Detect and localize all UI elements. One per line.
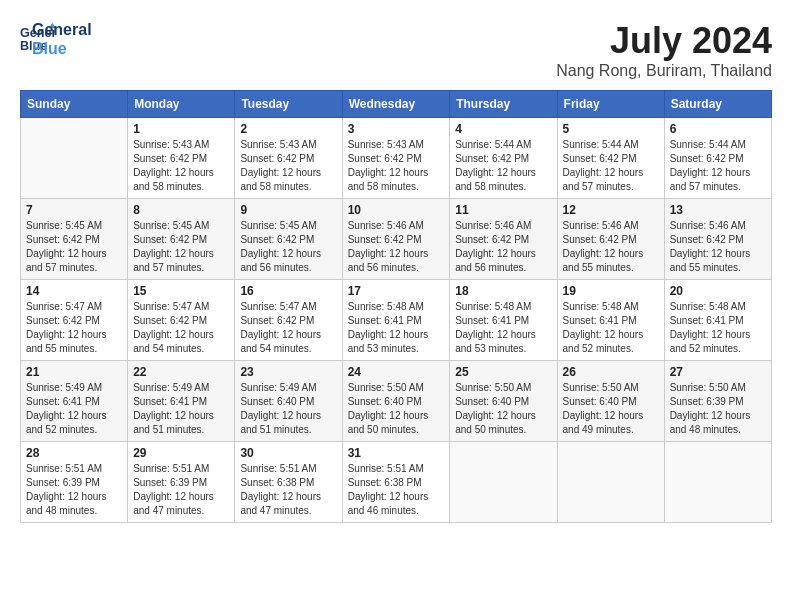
day-number: 7 bbox=[26, 203, 122, 217]
day-info: Sunrise: 5:45 AMSunset: 6:42 PMDaylight:… bbox=[26, 219, 122, 275]
day-number: 23 bbox=[240, 365, 336, 379]
table-row: 7 Sunrise: 5:45 AMSunset: 6:42 PMDayligh… bbox=[21, 199, 128, 280]
day-number: 27 bbox=[670, 365, 766, 379]
day-number: 14 bbox=[26, 284, 122, 298]
day-info: Sunrise: 5:45 AMSunset: 6:42 PMDaylight:… bbox=[133, 219, 229, 275]
col-monday: Monday bbox=[128, 91, 235, 118]
table-row: 26 Sunrise: 5:50 AMSunset: 6:40 PMDaylig… bbox=[557, 361, 664, 442]
table-row: 24 Sunrise: 5:50 AMSunset: 6:40 PMDaylig… bbox=[342, 361, 450, 442]
day-number: 8 bbox=[133, 203, 229, 217]
table-row: 6 Sunrise: 5:44 AMSunset: 6:42 PMDayligh… bbox=[664, 118, 771, 199]
header: General Blue General Blue July 2024 Nang… bbox=[20, 20, 772, 80]
calendar-table: Sunday Monday Tuesday Wednesday Thursday… bbox=[20, 90, 772, 523]
day-info: Sunrise: 5:49 AMSunset: 6:41 PMDaylight:… bbox=[133, 381, 229, 437]
day-number: 24 bbox=[348, 365, 445, 379]
col-thursday: Thursday bbox=[450, 91, 557, 118]
day-info: Sunrise: 5:51 AMSunset: 6:38 PMDaylight:… bbox=[240, 462, 336, 518]
col-sunday: Sunday bbox=[21, 91, 128, 118]
table-row: 20 Sunrise: 5:48 AMSunset: 6:41 PMDaylig… bbox=[664, 280, 771, 361]
day-number: 6 bbox=[670, 122, 766, 136]
day-info: Sunrise: 5:51 AMSunset: 6:39 PMDaylight:… bbox=[133, 462, 229, 518]
day-number: 12 bbox=[563, 203, 659, 217]
day-info: Sunrise: 5:46 AMSunset: 6:42 PMDaylight:… bbox=[563, 219, 659, 275]
col-wednesday: Wednesday bbox=[342, 91, 450, 118]
day-info: Sunrise: 5:47 AMSunset: 6:42 PMDaylight:… bbox=[26, 300, 122, 356]
logo: General Blue General Blue bbox=[20, 20, 92, 58]
day-info: Sunrise: 5:43 AMSunset: 6:42 PMDaylight:… bbox=[133, 138, 229, 194]
col-friday: Friday bbox=[557, 91, 664, 118]
day-number: 1 bbox=[133, 122, 229, 136]
day-number: 16 bbox=[240, 284, 336, 298]
table-row: 19 Sunrise: 5:48 AMSunset: 6:41 PMDaylig… bbox=[557, 280, 664, 361]
day-info: Sunrise: 5:51 AMSunset: 6:38 PMDaylight:… bbox=[348, 462, 445, 518]
day-number: 3 bbox=[348, 122, 445, 136]
table-row: 18 Sunrise: 5:48 AMSunset: 6:41 PMDaylig… bbox=[450, 280, 557, 361]
table-row: 27 Sunrise: 5:50 AMSunset: 6:39 PMDaylig… bbox=[664, 361, 771, 442]
day-number: 31 bbox=[348, 446, 445, 460]
col-saturday: Saturday bbox=[664, 91, 771, 118]
table-row: 29 Sunrise: 5:51 AMSunset: 6:39 PMDaylig… bbox=[128, 442, 235, 523]
day-number: 18 bbox=[455, 284, 551, 298]
calendar-header-row: Sunday Monday Tuesday Wednesday Thursday… bbox=[21, 91, 772, 118]
table-row: 28 Sunrise: 5:51 AMSunset: 6:39 PMDaylig… bbox=[21, 442, 128, 523]
day-number: 13 bbox=[670, 203, 766, 217]
day-info: Sunrise: 5:49 AMSunset: 6:40 PMDaylight:… bbox=[240, 381, 336, 437]
day-number: 26 bbox=[563, 365, 659, 379]
day-number: 30 bbox=[240, 446, 336, 460]
table-row: 14 Sunrise: 5:47 AMSunset: 6:42 PMDaylig… bbox=[21, 280, 128, 361]
day-info: Sunrise: 5:46 AMSunset: 6:42 PMDaylight:… bbox=[670, 219, 766, 275]
table-row: 30 Sunrise: 5:51 AMSunset: 6:38 PMDaylig… bbox=[235, 442, 342, 523]
day-info: Sunrise: 5:48 AMSunset: 6:41 PMDaylight:… bbox=[670, 300, 766, 356]
location: Nang Rong, Buriram, Thailand bbox=[556, 62, 772, 80]
day-number: 11 bbox=[455, 203, 551, 217]
day-info: Sunrise: 5:44 AMSunset: 6:42 PMDaylight:… bbox=[455, 138, 551, 194]
day-info: Sunrise: 5:50 AMSunset: 6:40 PMDaylight:… bbox=[348, 381, 445, 437]
table-row: 17 Sunrise: 5:48 AMSunset: 6:41 PMDaylig… bbox=[342, 280, 450, 361]
day-number: 17 bbox=[348, 284, 445, 298]
day-number: 15 bbox=[133, 284, 229, 298]
table-row: 3 Sunrise: 5:43 AMSunset: 6:42 PMDayligh… bbox=[342, 118, 450, 199]
calendar-week-row: 7 Sunrise: 5:45 AMSunset: 6:42 PMDayligh… bbox=[21, 199, 772, 280]
day-info: Sunrise: 5:51 AMSunset: 6:39 PMDaylight:… bbox=[26, 462, 122, 518]
day-info: Sunrise: 5:50 AMSunset: 6:40 PMDaylight:… bbox=[455, 381, 551, 437]
table-row: 9 Sunrise: 5:45 AMSunset: 6:42 PMDayligh… bbox=[235, 199, 342, 280]
table-row: 12 Sunrise: 5:46 AMSunset: 6:42 PMDaylig… bbox=[557, 199, 664, 280]
day-number: 10 bbox=[348, 203, 445, 217]
table-row bbox=[450, 442, 557, 523]
table-row: 2 Sunrise: 5:43 AMSunset: 6:42 PMDayligh… bbox=[235, 118, 342, 199]
day-number: 4 bbox=[455, 122, 551, 136]
table-row bbox=[664, 442, 771, 523]
table-row: 8 Sunrise: 5:45 AMSunset: 6:42 PMDayligh… bbox=[128, 199, 235, 280]
table-row: 21 Sunrise: 5:49 AMSunset: 6:41 PMDaylig… bbox=[21, 361, 128, 442]
table-row bbox=[557, 442, 664, 523]
day-info: Sunrise: 5:50 AMSunset: 6:39 PMDaylight:… bbox=[670, 381, 766, 437]
day-info: Sunrise: 5:47 AMSunset: 6:42 PMDaylight:… bbox=[240, 300, 336, 356]
calendar-week-row: 14 Sunrise: 5:47 AMSunset: 6:42 PMDaylig… bbox=[21, 280, 772, 361]
table-row: 16 Sunrise: 5:47 AMSunset: 6:42 PMDaylig… bbox=[235, 280, 342, 361]
month-year: July 2024 bbox=[556, 20, 772, 62]
calendar-week-row: 28 Sunrise: 5:51 AMSunset: 6:39 PMDaylig… bbox=[21, 442, 772, 523]
table-row: 23 Sunrise: 5:49 AMSunset: 6:40 PMDaylig… bbox=[235, 361, 342, 442]
day-info: Sunrise: 5:44 AMSunset: 6:42 PMDaylight:… bbox=[670, 138, 766, 194]
table-row: 15 Sunrise: 5:47 AMSunset: 6:42 PMDaylig… bbox=[128, 280, 235, 361]
table-row: 31 Sunrise: 5:51 AMSunset: 6:38 PMDaylig… bbox=[342, 442, 450, 523]
table-row bbox=[21, 118, 128, 199]
day-number: 5 bbox=[563, 122, 659, 136]
day-number: 25 bbox=[455, 365, 551, 379]
col-tuesday: Tuesday bbox=[235, 91, 342, 118]
day-number: 2 bbox=[240, 122, 336, 136]
day-number: 28 bbox=[26, 446, 122, 460]
day-info: Sunrise: 5:44 AMSunset: 6:42 PMDaylight:… bbox=[563, 138, 659, 194]
day-number: 29 bbox=[133, 446, 229, 460]
day-info: Sunrise: 5:45 AMSunset: 6:42 PMDaylight:… bbox=[240, 219, 336, 275]
calendar-week-row: 21 Sunrise: 5:49 AMSunset: 6:41 PMDaylig… bbox=[21, 361, 772, 442]
table-row: 10 Sunrise: 5:46 AMSunset: 6:42 PMDaylig… bbox=[342, 199, 450, 280]
calendar-week-row: 1 Sunrise: 5:43 AMSunset: 6:42 PMDayligh… bbox=[21, 118, 772, 199]
table-row: 13 Sunrise: 5:46 AMSunset: 6:42 PMDaylig… bbox=[664, 199, 771, 280]
day-info: Sunrise: 5:50 AMSunset: 6:40 PMDaylight:… bbox=[563, 381, 659, 437]
day-info: Sunrise: 5:48 AMSunset: 6:41 PMDaylight:… bbox=[563, 300, 659, 356]
day-number: 9 bbox=[240, 203, 336, 217]
day-info: Sunrise: 5:47 AMSunset: 6:42 PMDaylight:… bbox=[133, 300, 229, 356]
table-row: 11 Sunrise: 5:46 AMSunset: 6:42 PMDaylig… bbox=[450, 199, 557, 280]
table-row: 1 Sunrise: 5:43 AMSunset: 6:42 PMDayligh… bbox=[128, 118, 235, 199]
